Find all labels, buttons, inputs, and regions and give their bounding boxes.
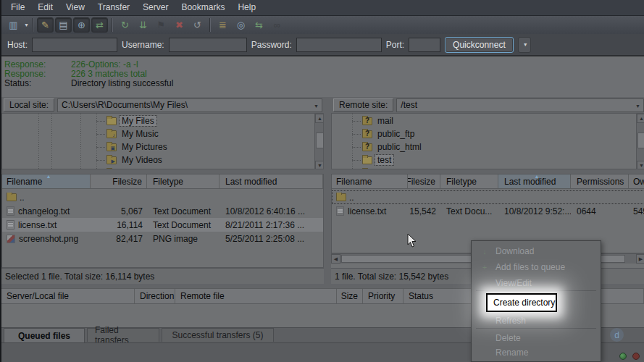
toggle-remote-tree-icon[interactable]: ⊕	[73, 17, 90, 33]
header-filetype[interactable]: Filetype	[147, 174, 219, 188]
quickconnect-bar: Host: Username: Password: Port: Quickcon…	[1, 34, 644, 56]
header-last-modified[interactable]: Last modified	[219, 174, 323, 188]
toolbar-separator	[112, 18, 113, 32]
header-last-modified[interactable]: Last modified ▲	[498, 174, 571, 188]
site-manager-dropdown-icon[interactable]: ▼	[24, 22, 29, 28]
chevron-down-icon[interactable]: ▼	[314, 104, 319, 109]
header-direction[interactable]: Direction	[135, 289, 175, 303]
file-row-license-selected[interactable]: license.txt 16,114 Text Document 8/21/20…	[2, 218, 323, 232]
local-status-bar: Selected 1 file. Total size: 16,114 byte…	[1, 268, 324, 284]
file-permissions: 0644	[571, 206, 629, 216]
tree-item-public-ftp[interactable]: ? public_ftp	[352, 127, 417, 140]
remote-site-combo[interactable]: /test ▼	[396, 98, 644, 112]
header-priority[interactable]: Priority	[363, 289, 403, 303]
menu-item-create-directory[interactable]: Create directory	[486, 293, 557, 312]
scroll-thumb[interactable]	[637, 132, 644, 148]
tree-stub	[352, 134, 361, 135]
menu-transfer[interactable]: Transfer	[91, 0, 136, 15]
tab-failed-transfers[interactable]: Failed transfers	[87, 328, 159, 342]
header-server-local-file[interactable]: Server/Local file	[1, 289, 135, 303]
remote-tree-scrollbar[interactable]: ▲ ▼	[636, 114, 644, 169]
menu-edit[interactable]: Edit	[31, 0, 59, 15]
header-size[interactable]: Size	[337, 289, 363, 303]
menu-view[interactable]: View	[59, 0, 91, 15]
file-owner: 549	[629, 206, 644, 216]
log-line-label: Status:	[1, 79, 71, 88]
file-row-screenshot[interactable]: screenshot.png 82,417 PNG image 5/25/201…	[2, 232, 323, 245]
tab-queued-files[interactable]: Queued files	[4, 328, 85, 343]
menu-item-delete[interactable]: Delete	[472, 331, 600, 345]
header-filename[interactable]: Filename	[332, 174, 408, 188]
tree-item-my-music[interactable]: ♪ My Music	[96, 127, 161, 140]
menu-file[interactable]: File	[4, 0, 31, 15]
tree-item-label: public_html	[375, 142, 424, 152]
menu-item-download[interactable]: ↓ Download	[472, 244, 600, 258]
scroll-down-icon[interactable]: ▼	[315, 161, 324, 169]
find-files-icon[interactable]: ∞	[269, 17, 285, 33]
file-modified: 10/8/2012 9:52:...	[498, 206, 571, 216]
password-input[interactable]	[296, 38, 382, 52]
toggle-log-icon[interactable]: ✎	[37, 17, 54, 33]
username-input[interactable]	[169, 38, 247, 52]
context-menu: ↓ Download + Add files to queue View/Edi…	[471, 240, 601, 362]
tree-item-my-videos[interactable]: ▶ My Videos	[96, 153, 164, 167]
port-input[interactable]	[409, 38, 440, 52]
text-file-icon	[336, 206, 344, 216]
disconnect-icon[interactable]: ✖	[171, 17, 188, 33]
reconnect-icon[interactable]: ↺	[189, 17, 206, 33]
tab-successful-transfers[interactable]: Successful transfers (5)	[162, 328, 274, 342]
tree-guide	[80, 114, 81, 169]
chevron-down-icon[interactable]: ▼	[635, 104, 640, 109]
menu-item-add-files-to-queue[interactable]: + Add files to queue	[472, 260, 600, 274]
menu-item-view-edit[interactable]: View/Edit	[472, 276, 600, 290]
mouse-cursor-icon	[407, 233, 417, 251]
menu-bookmarks[interactable]: Bookmarks	[175, 0, 231, 15]
quickconnect-button[interactable]: Quickconnect	[445, 37, 514, 53]
site-manager-icon[interactable]: ▥	[5, 17, 22, 33]
sync-browsing-icon[interactable]: ⇆	[251, 17, 267, 33]
filezilla-window: File Edit View Transfer Server Bookmarks…	[0, 0, 644, 362]
menu-item-label: Refresh	[495, 316, 526, 326]
scroll-up-icon[interactable]: ▲	[637, 114, 644, 123]
scroll-right-icon[interactable]: ▶	[636, 254, 644, 264]
header-filesize[interactable]: Filesize	[91, 174, 147, 188]
file-row-parent[interactable]: ..	[332, 190, 644, 204]
local-file-list: Filename ▲ Filesize Filetype Last modifi…	[1, 174, 324, 268]
process-queue-icon[interactable]: ⇊	[135, 17, 151, 33]
refresh-icon[interactable]: ↻	[117, 17, 133, 33]
header-permissions[interactable]: Permissions	[571, 174, 629, 188]
header-filesize[interactable]: Filesize	[408, 174, 440, 188]
header-owner[interactable]: Ow	[629, 174, 644, 188]
local-site-combo[interactable]: C:\Users\R\Documents\My Files\ ▼	[57, 98, 322, 112]
cancel-icon[interactable]: ⚑	[153, 17, 170, 33]
menu-help[interactable]: Help	[231, 0, 262, 15]
menu-item-refresh[interactable]: Refresh	[472, 313, 600, 328]
local-tree-scrollbar[interactable]: ▲ ▼	[314, 114, 324, 169]
header-remote-file[interactable]: Remote file	[175, 289, 337, 303]
toggle-local-tree-icon[interactable]: ▤	[55, 17, 72, 33]
file-row-parent[interactable]: ..	[2, 190, 323, 204]
menu-item-rename[interactable]: Rename	[472, 345, 600, 360]
header-filename[interactable]: Filename ▲	[2, 174, 91, 188]
scroll-up-icon[interactable]: ▲	[315, 114, 324, 123]
filter-icon[interactable]: ≣	[214, 17, 231, 33]
tree-item-public-html[interactable]: ? public_html	[352, 140, 424, 153]
tree-item-mail[interactable]: ? mail	[352, 114, 396, 127]
quickconnect-dropdown-icon[interactable]: ▼	[518, 37, 531, 53]
menu-server[interactable]: Server	[136, 0, 175, 15]
tree-item-test[interactable]: test	[352, 153, 393, 167]
folder-icon	[106, 117, 117, 125]
compare-directories-icon[interactable]: ◎	[233, 17, 249, 33]
scroll-thumb[interactable]	[316, 132, 324, 148]
file-row-changelog[interactable]: changelog.txt 5,067 Text Document 10/8/2…	[2, 204, 323, 218]
tree-item-my-files[interactable]: My Files	[96, 114, 156, 127]
host-input[interactable]	[32, 38, 117, 52]
header-filetype[interactable]: Filetype	[440, 174, 498, 188]
remote-list-header: Filename Filesize Filetype Last modified…	[332, 174, 644, 189]
panel-splitter[interactable]	[324, 97, 331, 284]
scroll-left-icon[interactable]: ◀	[331, 254, 340, 264]
tree-item-my-pictures[interactable]: ▣ My Pictures	[96, 140, 170, 153]
scroll-down-icon[interactable]: ▼	[637, 161, 644, 169]
file-row-license-remote[interactable]: license.txt 15,542 Text Docu... 10/8/201…	[332, 204, 644, 218]
toggle-queue-icon[interactable]: ⇄	[91, 17, 108, 33]
